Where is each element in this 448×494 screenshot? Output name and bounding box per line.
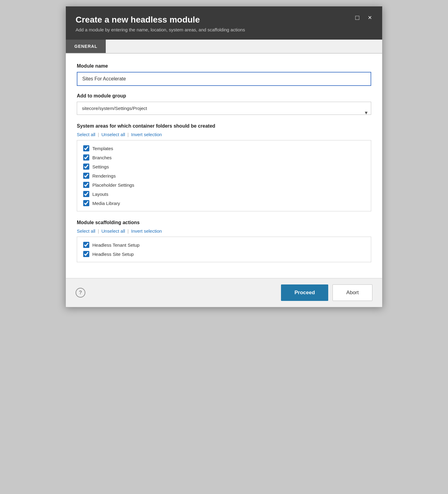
- footer-left: ?: [76, 288, 85, 298]
- headless-site-label: Headless Site Setup: [92, 252, 134, 257]
- system-areas-title: System areas for which container folders…: [77, 123, 371, 129]
- dialog: Create a new headless module Add a modul…: [66, 6, 382, 307]
- module-group-select[interactable]: sitecore/system/Settings/Project: [77, 102, 371, 115]
- templates-label: Templates: [92, 146, 113, 151]
- list-item[interactable]: Renderings: [83, 173, 365, 179]
- system-areas-list: Templates Branches Settings Renderings P…: [77, 140, 371, 211]
- list-item[interactable]: Branches: [83, 154, 365, 161]
- scaffolding-links: Select all | Unselect all | Invert selec…: [77, 228, 371, 234]
- list-item[interactable]: Templates: [83, 145, 365, 151]
- media-library-label: Media Library: [92, 201, 120, 206]
- dialog-body: Module name Add to module group sitecore…: [66, 54, 382, 278]
- layouts-label: Layouts: [92, 192, 108, 197]
- close-button[interactable]: ×: [366, 14, 374, 22]
- header-controls: □ ×: [354, 14, 374, 22]
- list-item[interactable]: Settings: [83, 164, 365, 170]
- help-icon: ?: [79, 290, 82, 296]
- list-item[interactable]: Placeholder Settings: [83, 182, 365, 188]
- maximize-button[interactable]: □: [354, 14, 361, 22]
- tab-general[interactable]: GENERAL: [66, 40, 106, 53]
- sep2: |: [127, 132, 129, 137]
- scaffolding-title: Module scaffolding actions: [77, 220, 371, 225]
- sep4: |: [127, 228, 129, 234]
- module-name-label: Module name: [77, 63, 371, 69]
- scaffolding-select-all[interactable]: Select all: [77, 228, 95, 234]
- system-areas-links: Select all | Unselect all | Invert selec…: [77, 132, 371, 137]
- dialog-subtitle: Add a module by entering the name, locat…: [76, 27, 372, 32]
- branches-checkbox[interactable]: [83, 154, 89, 161]
- tabs: GENERAL: [66, 40, 382, 54]
- dialog-footer: ? Proceed Abort: [66, 278, 382, 307]
- branches-label: Branches: [92, 155, 112, 160]
- system-areas-unselect-all[interactable]: Unselect all: [101, 132, 125, 137]
- list-item[interactable]: Headless Site Setup: [83, 251, 365, 257]
- templates-checkbox[interactable]: [83, 145, 89, 151]
- headless-site-checkbox[interactable]: [83, 251, 89, 257]
- module-name-input[interactable]: [77, 72, 371, 86]
- dialog-header: Create a new headless module Add a modul…: [66, 6, 382, 40]
- scaffolding-unselect-all[interactable]: Unselect all: [101, 228, 125, 234]
- dialog-title: Create a new headless module: [76, 15, 372, 25]
- sep1: |: [98, 132, 99, 137]
- renderings-label: Renderings: [92, 173, 116, 178]
- proceed-button[interactable]: Proceed: [281, 284, 328, 301]
- system-areas-invert-selection[interactable]: Invert selection: [131, 132, 162, 137]
- sep3: |: [98, 228, 99, 234]
- settings-checkbox[interactable]: [83, 164, 89, 170]
- system-areas-select-all[interactable]: Select all: [77, 132, 95, 137]
- layouts-checkbox[interactable]: [83, 191, 89, 197]
- list-item[interactable]: Headless Tenant Setup: [83, 242, 365, 248]
- headless-tenant-label: Headless Tenant Setup: [92, 242, 140, 248]
- scaffolding-invert-selection[interactable]: Invert selection: [131, 228, 162, 234]
- scaffolding-list: Headless Tenant Setup Headless Site Setu…: [77, 237, 371, 262]
- help-button[interactable]: ?: [76, 288, 85, 298]
- settings-label: Settings: [92, 164, 109, 169]
- placeholder-settings-label: Placeholder Settings: [92, 182, 134, 188]
- module-group-wrapper: sitecore/system/Settings/Project ▾: [77, 102, 371, 123]
- renderings-checkbox[interactable]: [83, 173, 89, 179]
- placeholder-settings-checkbox[interactable]: [83, 182, 89, 188]
- abort-button[interactable]: Abort: [332, 284, 372, 301]
- footer-right: Proceed Abort: [281, 284, 372, 301]
- media-library-checkbox[interactable]: [83, 200, 89, 206]
- headless-tenant-checkbox[interactable]: [83, 242, 89, 248]
- list-item[interactable]: Layouts: [83, 191, 365, 197]
- list-item[interactable]: Media Library: [83, 200, 365, 206]
- module-group-label: Add to module group: [77, 93, 371, 99]
